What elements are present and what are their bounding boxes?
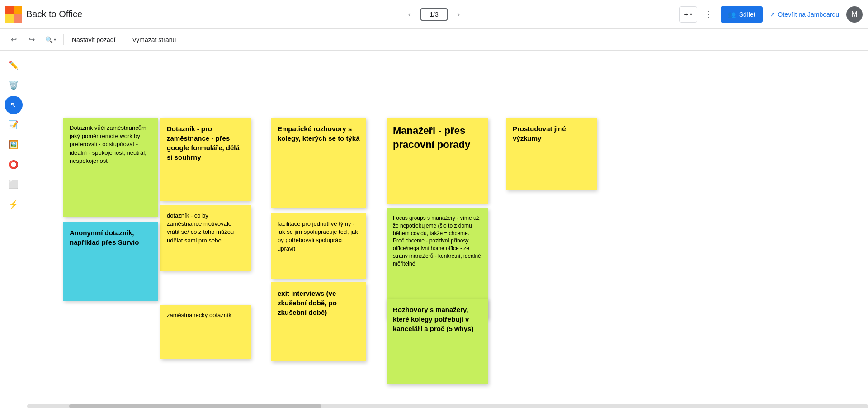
select-tool[interactable]: ↖ <box>5 96 23 114</box>
sticky-note-tool[interactable]: 📝 <box>5 116 23 134</box>
open-jamboard-label: Otevřít na Jamboardu <box>778 11 839 18</box>
sticky-note-4[interactable]: zaměstnanecký dotazník <box>160 305 251 359</box>
more-options-button[interactable]: ⋮ <box>701 6 717 23</box>
page-indicator[interactable]: 1/3 <box>420 8 448 21</box>
avatar[interactable]: M <box>846 6 863 23</box>
svg-rect-1 <box>14 6 22 14</box>
sticky-note-12[interactable]: Prostudovat jiné výzkumy <box>506 118 597 190</box>
add-frame-button[interactable]: + ▾ <box>679 6 697 23</box>
prev-page-button[interactable]: ‹ <box>402 7 417 22</box>
sticky-note-8[interactable]: exit interviews (ve zkušební době, po zk… <box>271 282 366 361</box>
app-title: Back to Office <box>26 9 82 19</box>
laser-tool[interactable]: ⚡ <box>5 195 23 213</box>
toolbar-separator-2 <box>124 34 124 45</box>
top-bar: Back to Office ‹ 1/3 › + ▾ ⋮ 👥 Sdílet ↗ … <box>0 0 868 29</box>
pen-tool[interactable]: ✏️ <box>5 56 23 74</box>
sticky-note-11[interactable]: Rozhovory s manažery, které kolegy potře… <box>387 299 488 384</box>
eraser-tool[interactable]: 🗑️ <box>5 76 23 94</box>
image-tool[interactable]: 🖼️ <box>5 136 23 154</box>
share-label: Sdílet <box>739 11 755 18</box>
redo-button[interactable]: ↪ <box>24 32 40 48</box>
svg-rect-2 <box>5 14 14 23</box>
chevron-down-icon: ▾ <box>690 12 692 17</box>
open-jamboard-button[interactable]: ↗ Otevřít na Jamboardu <box>766 9 843 20</box>
canvas-area[interactable]: Dotazník vůči zaměstnancům jaký poměr re… <box>27 51 868 408</box>
canvas-scrollbar-thumb <box>69 404 321 408</box>
app-logo <box>5 6 22 23</box>
undo-button[interactable]: ↩ <box>5 32 22 48</box>
top-bar-right: + ▾ ⋮ 👥 Sdílet ↗ Otevřít na Jamboardu M <box>679 6 863 23</box>
canvas-scrollbar[interactable] <box>27 404 868 408</box>
zoom-chevron: ▾ <box>54 37 56 42</box>
share-button[interactable]: 👥 Sdílet <box>721 6 763 23</box>
canvas-inner: Dotazník vůči zaměstnancům jaký poměr re… <box>27 51 868 408</box>
share-icon: 👥 <box>728 11 736 18</box>
sticky-note-2[interactable]: Dotazník - pro zaměstnance - přes google… <box>160 118 251 201</box>
transform-tool[interactable]: ⬜ <box>5 176 23 194</box>
set-background-button[interactable]: Nastavit pozadí <box>67 33 120 46</box>
svg-rect-0 <box>5 6 14 14</box>
sticky-note-7[interactable]: facilitace pro jednotlivé týmy - jak se … <box>271 213 366 279</box>
main-layout: ✏️ 🗑️ ↖ 📝 🖼️ ⭕ ⬜ ⚡ Dotazník vůči zaměstn… <box>0 51 868 408</box>
second-toolbar: ↩ ↪ 🔍 ▾ Nastavit pozadí Vymazat stranu <box>0 29 868 51</box>
sticky-note-3[interactable]: dotazník - co by zaměstnance motivovalo … <box>160 205 251 271</box>
clear-page-button[interactable]: Vymazat stranu <box>128 33 181 46</box>
shape-tool[interactable]: ⭕ <box>5 156 23 174</box>
external-link-icon: ↗ <box>770 11 775 18</box>
zoom-button[interactable]: 🔍 ▾ <box>42 34 60 45</box>
sticky-note-6[interactable]: Empatické rozhovory s kolegy, kterých se… <box>271 118 366 208</box>
search-icon: 🔍 <box>45 36 53 43</box>
left-sidebar: ✏️ 🗑️ ↖ 📝 🖼️ ⭕ ⬜ ⚡ <box>0 51 27 408</box>
svg-rect-3 <box>14 14 22 23</box>
page-navigation: ‹ 1/3 › <box>402 7 466 22</box>
sticky-note-9[interactable]: Manažeři - přes pracovní porady <box>387 118 488 204</box>
sticky-note-1[interactable]: Dotazník vůči zaměstnancům jaký poměr re… <box>63 118 158 217</box>
add-icon: + <box>684 11 688 18</box>
toolbar-separator-1 <box>63 34 64 45</box>
next-page-button[interactable]: › <box>451 7 466 22</box>
sticky-note-5[interactable]: Anonymní dotazník, například přes Survio <box>63 222 158 301</box>
